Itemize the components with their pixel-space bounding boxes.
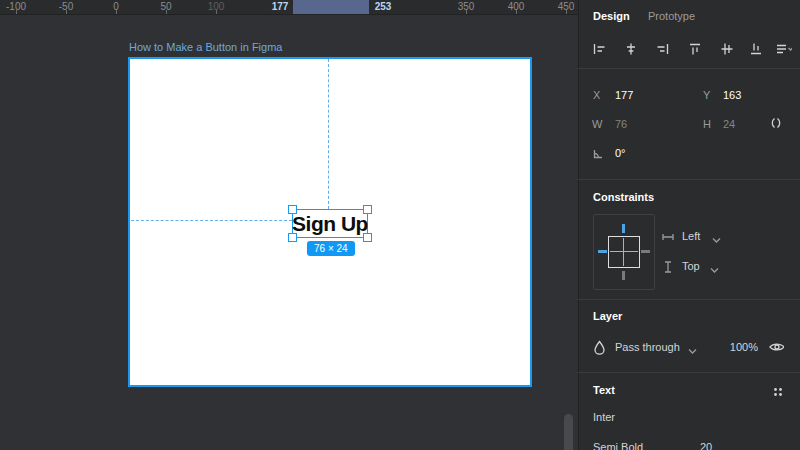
constraints-inner-square bbox=[608, 236, 640, 268]
selected-text-object[interactable]: Sign Up bbox=[292, 209, 368, 238]
size-badge: 76 × 24 bbox=[307, 241, 355, 256]
horizontal-ruler: -100 -50 0 50 100 177 253 350 400 450 bbox=[0, 0, 578, 15]
horizontal-constraint-select[interactable]: Left bbox=[682, 230, 700, 242]
ruler-tick bbox=[166, 10, 167, 14]
ruler-tick bbox=[116, 10, 117, 14]
ruler-selection-start-label: 177 bbox=[272, 1, 289, 12]
resize-handle-top-left[interactable] bbox=[288, 205, 297, 214]
constraint-top-tick[interactable] bbox=[622, 224, 625, 233]
font-style-select[interactable]: Semi Bold bbox=[593, 441, 643, 450]
font-family-select[interactable]: Inter bbox=[593, 411, 615, 423]
ruler-tick bbox=[66, 10, 67, 14]
figma-app: -100 -50 0 50 100 177 253 350 400 450 Ho… bbox=[0, 0, 800, 450]
blend-mode-select[interactable]: Pass through bbox=[615, 341, 680, 353]
font-size-field[interactable]: 20 bbox=[700, 441, 712, 450]
panel-divider bbox=[578, 372, 800, 373]
align-left-icon[interactable] bbox=[591, 41, 607, 57]
constraints-title: Constraints bbox=[593, 191, 654, 203]
constraint-right-tick[interactable] bbox=[641, 250, 650, 253]
text-styles-icon[interactable] bbox=[770, 384, 786, 400]
vertical-scrollbar-thumb[interactable] bbox=[564, 414, 573, 450]
ruler-tick bbox=[516, 10, 517, 14]
ruler-selection-end-label: 253 bbox=[375, 1, 392, 12]
tab-prototype[interactable]: Prototype bbox=[648, 10, 695, 22]
width-value-field[interactable]: 76 bbox=[615, 118, 627, 130]
layer-title: Layer bbox=[593, 310, 622, 322]
chevron-down-icon bbox=[706, 262, 722, 278]
height-label: H bbox=[703, 118, 711, 130]
height-value-field[interactable]: 24 bbox=[723, 118, 735, 130]
vertical-constraint-select[interactable]: Top bbox=[682, 260, 700, 272]
button-text[interactable]: Sign Up bbox=[292, 212, 368, 236]
rotation-value-field[interactable]: 0° bbox=[615, 147, 626, 159]
align-right-icon[interactable] bbox=[655, 41, 671, 57]
resize-handle-bottom-left[interactable] bbox=[288, 233, 297, 242]
y-label: Y bbox=[703, 89, 710, 101]
ruler-tick bbox=[216, 10, 217, 14]
align-top-icon[interactable] bbox=[687, 41, 703, 57]
horizontal-constraint-icon bbox=[660, 229, 676, 245]
x-label: X bbox=[593, 89, 600, 101]
ruler-tick bbox=[566, 10, 567, 14]
opacity-field[interactable]: 100% bbox=[722, 341, 758, 353]
constraints-widget[interactable] bbox=[593, 214, 655, 290]
constraint-left-tick[interactable] bbox=[598, 250, 607, 253]
frame-title[interactable]: How to Make a Button in Figma bbox=[129, 41, 282, 53]
ruler-tick bbox=[16, 10, 17, 14]
x-value-field[interactable]: 177 bbox=[615, 89, 633, 101]
distribute-options-icon[interactable] bbox=[776, 41, 792, 57]
visibility-eye-icon[interactable] bbox=[768, 339, 784, 355]
panel-divider bbox=[578, 68, 800, 69]
width-label: W bbox=[592, 118, 602, 130]
align-horizontal-centers-icon[interactable] bbox=[623, 41, 639, 57]
ruler-tick bbox=[466, 10, 467, 14]
horizontal-guide bbox=[131, 220, 292, 221]
align-vertical-centers-icon[interactable] bbox=[719, 41, 735, 57]
vertical-constraint-icon bbox=[660, 259, 676, 275]
constrain-proportions-icon[interactable] bbox=[768, 115, 784, 131]
ruler-selection-highlight bbox=[293, 0, 369, 14]
blend-mode-icon[interactable] bbox=[591, 339, 607, 355]
resize-handle-top-right[interactable] bbox=[363, 205, 372, 214]
align-bottom-icon[interactable] bbox=[748, 41, 764, 57]
resize-handle-bottom-right[interactable] bbox=[363, 233, 372, 242]
text-section-title: Text bbox=[593, 384, 615, 396]
constraint-bottom-tick[interactable] bbox=[622, 271, 625, 280]
panel-divider bbox=[578, 299, 800, 300]
chevron-down-icon bbox=[684, 343, 700, 359]
y-value-field[interactable]: 163 bbox=[723, 89, 741, 101]
rotation-icon bbox=[590, 145, 606, 161]
panel-divider bbox=[578, 179, 800, 180]
tab-design[interactable]: Design bbox=[593, 10, 630, 22]
chevron-down-icon bbox=[708, 232, 724, 248]
vertical-guide bbox=[328, 59, 329, 209]
